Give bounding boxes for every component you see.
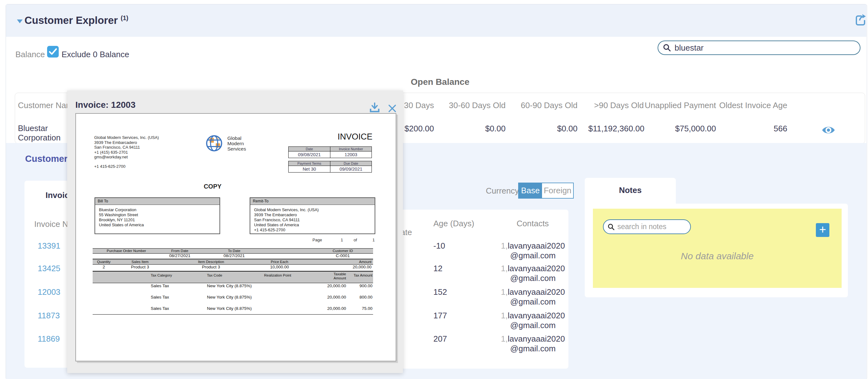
customer-search [658, 40, 861, 55]
exclude-zero-label: Exclude 0 Balance [62, 50, 129, 59]
divider [93, 314, 373, 315]
po-header: From Date [160, 249, 199, 253]
company-address: Global Modern Services, Inc. (USA) 3939 … [94, 135, 159, 159]
page-of: of [353, 238, 357, 243]
search-icon [662, 43, 672, 52]
tax-header: Realization Point [264, 273, 291, 277]
invoice-link[interactable]: 11873 [38, 311, 60, 321]
tax-category: Sales Tax [151, 284, 169, 288]
page-title-count: (1) [121, 14, 128, 21]
contact-cell: 1,lavanyaaai2020@gmail.com [499, 264, 566, 283]
age-value: 177 [433, 311, 447, 321]
logo-line: Global [227, 136, 246, 141]
contact-user: lavanyaaai2020 [508, 241, 565, 251]
item-price-each: 10,000.00 [261, 265, 298, 269]
invoice-meta-table-2: Payment TermsDue Date Net 3009/09/2021 [288, 161, 372, 173]
open-balance-title: Open Balance [411, 77, 469, 87]
check-icon [47, 46, 59, 58]
logo-line: Modern [227, 141, 246, 146]
invoice-number-value: 12003 [330, 151, 372, 158]
close-icon[interactable] [388, 104, 397, 113]
download-icon[interactable] [369, 102, 381, 114]
globe-logo-icon [206, 134, 225, 152]
page-title: Customer Explorer (1) [25, 14, 128, 26]
bill-to-line: United States of America [99, 223, 219, 228]
tax-code: New York City (8.875%) [207, 295, 252, 299]
tax-code: New York City (8.875%) [207, 284, 252, 288]
search-icon [607, 223, 615, 231]
contact-cell: 1,lavanyaaai2020@gmail.com [499, 287, 566, 307]
add-note-button[interactable]: + [816, 223, 829, 237]
tax-header: Tax Amount [345, 273, 372, 277]
po-from-date: 08/27/2021 [160, 253, 199, 258]
remit-to-line: +1 415-625-2700 [254, 228, 375, 233]
divider [93, 259, 373, 259]
tax-category: Sales Tax [151, 306, 169, 311]
due-date-value: 09/09/2021 [330, 166, 372, 172]
contact-user: lavanyaaai2020 [508, 264, 565, 273]
age-value: 152 [433, 287, 447, 297]
contact-user: lavanyaaai2020 [508, 334, 565, 344]
company-line: Global Modern Services, Inc. (USA) [94, 135, 159, 140]
currency-base-button[interactable]: Base [519, 183, 542, 198]
contact-count: 1, [501, 311, 508, 320]
invoice-link[interactable]: 13391 [38, 241, 60, 251]
date-label: Date [288, 147, 330, 151]
tax-header: Taxable Amount [324, 272, 346, 280]
remit-to-line: United States of America [254, 223, 375, 228]
bill-to-line: Bluestar Corporation [99, 207, 219, 212]
logo-line: Services [227, 146, 246, 151]
page-total: 1 [372, 238, 375, 243]
contact-user: lavanyaaai2020 [508, 311, 565, 320]
company-line: 3939 The Embarcadero [94, 140, 159, 145]
contact-cell: 1,lavanyaaai2020@gmail.com [499, 334, 566, 354]
contacts-header: Contacts [517, 219, 549, 229]
currency-foreign-button[interactable]: Foreign [542, 183, 573, 198]
item-sales-item: Product 3 [121, 265, 159, 269]
invoice-popup-title: Invoice: 12003 [75, 100, 135, 110]
tab-notes[interactable]: Notes [585, 178, 676, 204]
copy-watermark: COPY [197, 183, 228, 190]
age-value: 12 [433, 264, 442, 273]
contact-cell: 1,lavanyaaai2020@gmail.com [499, 311, 566, 330]
contact-domain: @gmail.com [510, 273, 556, 283]
currency-label: Currency [486, 186, 519, 196]
remit-to-box: Remit-To Global Modern Services, Inc. (U… [250, 197, 375, 234]
invoice-link[interactable]: 12003 [38, 287, 60, 297]
collapse-triangle-icon[interactable] [17, 20, 23, 23]
col-90-plus: >90 Days Old [565, 100, 644, 110]
col-unapplied: Unapplied Payment [638, 100, 716, 110]
po-header: Customer ID [314, 249, 372, 253]
bill-to-line: Brooklyn, NY 11201 [99, 217, 219, 223]
po-customer-id: C-0001 [314, 253, 372, 258]
item-amount: 20,000.00 [334, 265, 372, 269]
page-current: 1 [341, 238, 343, 243]
view-customer-eye-icon[interactable] [822, 125, 835, 136]
company-line: +1 (415) 635-2701 [94, 150, 159, 155]
contact-domain: @gmail.com [510, 251, 556, 260]
page-title-text: Customer Explorer [25, 14, 118, 26]
customer-search-input[interactable] [674, 43, 851, 53]
oldest-age-value: 566 [709, 124, 787, 134]
contact-domain: @gmail.com [510, 344, 556, 353]
notes-tab-label: Notes [585, 185, 676, 195]
invoice-link[interactable]: 13425 [38, 264, 60, 273]
item-header: Price Each [261, 260, 298, 264]
age-value: 207 [433, 334, 447, 344]
bill-to-line: 55 Washington Street [99, 212, 219, 217]
po-to-date: 08/27/2021 [215, 253, 254, 258]
export-icon[interactable] [854, 13, 867, 27]
notes-empty-message: No data available [593, 251, 842, 261]
item-description: Product 3 [186, 265, 236, 269]
contact-count: 1, [501, 241, 508, 251]
contact-domain: @gmail.com [510, 321, 556, 330]
doc-type-title: INVOICE [310, 132, 372, 142]
tax-header: Tax Code [207, 273, 222, 277]
exclude-zero-checkbox[interactable] [47, 46, 59, 58]
company-phone: +1 415-625-2700 [94, 164, 125, 169]
tax-category: Sales Tax [151, 295, 169, 299]
notes-search-input[interactable] [617, 222, 684, 231]
contact-count: 1, [501, 287, 508, 297]
contact-count: 1, [501, 334, 508, 344]
invoice-link[interactable]: 11869 [38, 334, 60, 344]
